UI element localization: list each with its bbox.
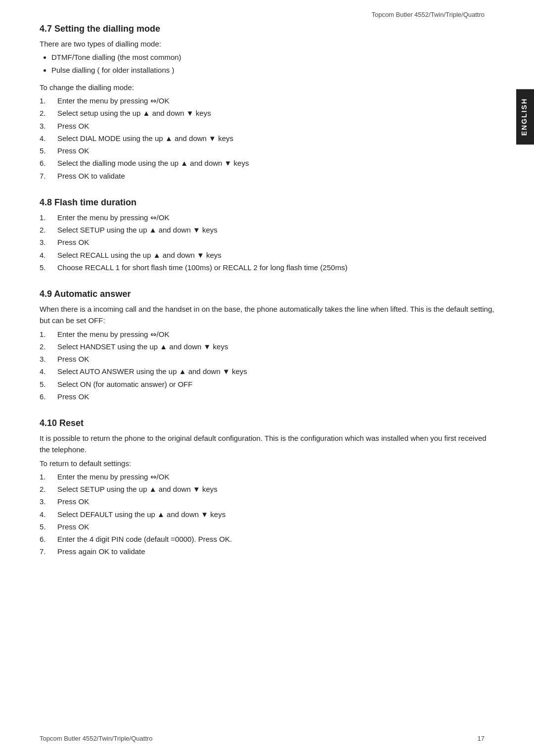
step-text: Press OK bbox=[57, 120, 494, 132]
table-row: 4.Select DEFAULT using the up ▲ and down… bbox=[40, 509, 494, 520]
section-intro-4.9: When there is a incoming call and the ha… bbox=[40, 303, 494, 327]
table-row: 3.Press OK bbox=[40, 496, 494, 507]
step-number: 2. bbox=[40, 483, 57, 495]
table-row: 5.Press OK bbox=[40, 521, 494, 532]
table-row: 1.Enter the menu by pressing ⇔/OK bbox=[40, 212, 494, 223]
step-number: 5. bbox=[40, 145, 57, 156]
step-text: Enter the menu by pressing ⇔/OK bbox=[57, 471, 494, 482]
step-number: 7. bbox=[40, 546, 57, 557]
table-row: 1.Enter the menu by pressing ⇔/OK bbox=[40, 471, 494, 482]
table-row: 5.Choose RECALL 1 for short flash time (… bbox=[40, 262, 494, 273]
step-text: Press OK bbox=[57, 496, 494, 507]
step-text: Select SETUP using the up ▲ and down ▼ k… bbox=[57, 224, 494, 236]
step-text: Press again OK to validate bbox=[57, 546, 494, 557]
table-row: 3.Press OK bbox=[40, 120, 494, 132]
step-number: 1. bbox=[40, 471, 57, 482]
main-content: 4.7 Setting the dialling modeThere are t… bbox=[40, 24, 494, 558]
step-number: 4. bbox=[40, 509, 57, 520]
step-number: 3. bbox=[40, 496, 57, 507]
section-title-4.8: 4.8 Flash time duration bbox=[40, 197, 494, 208]
table-row: 6.Enter the 4 digit PIN code (default =0… bbox=[40, 533, 494, 545]
table-row: 6.Press OK bbox=[40, 391, 494, 402]
table-row: 5.Select ON (for automatic answer) or OF… bbox=[40, 378, 494, 390]
table-row: 1.Enter the menu by pressing ⇔/OK bbox=[40, 329, 494, 340]
table-row: 1.Enter the menu by pressing ⇔/OK bbox=[40, 95, 494, 106]
section-title-4.7: 4.7 Setting the dialling mode bbox=[40, 24, 494, 34]
section-title-4.10: 4.10 Reset bbox=[40, 418, 494, 428]
step-number: 2. bbox=[40, 107, 57, 119]
pre-list-4.10: To return to default settings: bbox=[40, 458, 494, 469]
table-row: 2.Select HANDSET using the up ▲ and down… bbox=[40, 341, 494, 352]
section-intro-4.10: It is possible to return the phone to th… bbox=[40, 432, 494, 456]
step-text: Enter the menu by pressing ⇔/OK bbox=[57, 212, 494, 223]
step-number: 1. bbox=[40, 212, 57, 223]
table-row: 3.Press OK bbox=[40, 353, 494, 365]
table-row: 7.Press again OK to validate bbox=[40, 546, 494, 557]
step-number: 4. bbox=[40, 366, 57, 377]
step-text: Enter the menu by pressing ⇔/OK bbox=[57, 95, 494, 106]
step-text: Select RECALL using the up ▲ and down ▼ … bbox=[57, 249, 494, 261]
step-number: 5. bbox=[40, 521, 57, 532]
step-number: 7. bbox=[40, 170, 57, 182]
page: Topcom Butler 4552/Twin/Triple/Quattro E… bbox=[0, 0, 534, 756]
step-text: Enter the 4 digit PIN code (default =000… bbox=[57, 533, 494, 545]
step-number: 6. bbox=[40, 533, 57, 545]
table-row: 7.Press OK to validate bbox=[40, 170, 494, 182]
table-row: 2.Select setup using the up ▲ and down ▼… bbox=[40, 107, 494, 119]
step-number: 6. bbox=[40, 157, 57, 169]
step-number: 5. bbox=[40, 378, 57, 390]
step-text: Select DIAL MODE using the up ▲ and down… bbox=[57, 133, 494, 144]
step-number: 3. bbox=[40, 236, 57, 248]
step-number: 1. bbox=[40, 95, 57, 106]
step-number: 3. bbox=[40, 353, 57, 365]
step-number: 4. bbox=[40, 249, 57, 261]
steps-list-4.10: 1.Enter the menu by pressing ⇔/OK2.Selec… bbox=[40, 471, 494, 558]
section-intro-4.7: There are two types of dialling mode: bbox=[40, 38, 494, 49]
step-text: Enter the menu by pressing ⇔/OK bbox=[57, 329, 494, 340]
table-row: 2.Select SETUP using the up ▲ and down ▼… bbox=[40, 483, 494, 495]
section-title-4.9: 4.9 Automatic answer bbox=[40, 289, 494, 299]
step-text: Select DEFAULT using the up ▲ and down ▼… bbox=[57, 509, 494, 520]
footer-left: Topcom Butler 4552/Twin/Triple/Quattro bbox=[40, 735, 153, 742]
step-number: 5. bbox=[40, 262, 57, 273]
table-row: 6.Select the dialling mode using the up … bbox=[40, 157, 494, 169]
step-text: Select the dialling mode using the up ▲ … bbox=[57, 157, 494, 169]
step-text: Press OK to validate bbox=[57, 170, 494, 182]
step-text: Select setup using the up ▲ and down ▼ k… bbox=[57, 107, 494, 119]
pre-list-4.7: To change the dialling mode: bbox=[40, 82, 494, 93]
table-row: 4.Select RECALL using the up ▲ and down … bbox=[40, 249, 494, 261]
step-text: Press OK bbox=[57, 236, 494, 248]
footer-right: 17 bbox=[478, 735, 485, 742]
step-number: 6. bbox=[40, 391, 57, 402]
step-text: Press OK bbox=[57, 521, 494, 532]
steps-list-4.8: 1.Enter the menu by pressing ⇔/OK2.Selec… bbox=[40, 212, 494, 273]
step-text: Press OK bbox=[57, 391, 494, 402]
step-number: 2. bbox=[40, 224, 57, 236]
table-row: 2.Select SETUP using the up ▲ and down ▼… bbox=[40, 224, 494, 236]
table-row: 3.Press OK bbox=[40, 236, 494, 248]
step-number: 2. bbox=[40, 341, 57, 352]
table-row: 5.Press OK bbox=[40, 145, 494, 156]
step-text: Choose RECALL 1 for short flash time (10… bbox=[57, 262, 494, 273]
step-text: Select HANDSET using the up ▲ and down ▼… bbox=[57, 341, 494, 352]
step-text: Select AUTO ANSWER using the up ▲ and do… bbox=[57, 366, 494, 377]
step-text: Press OK bbox=[57, 353, 494, 365]
language-tab: ENGLISH bbox=[516, 89, 534, 144]
step-number: 1. bbox=[40, 329, 57, 340]
table-row: 4.Select AUTO ANSWER using the up ▲ and … bbox=[40, 366, 494, 377]
steps-list-4.9: 1.Enter the menu by pressing ⇔/OK2.Selec… bbox=[40, 329, 494, 403]
list-item: DTMF/Tone dialling (the most common) bbox=[51, 51, 494, 63]
steps-list-4.7: 1.Enter the menu by pressing ⇔/OK2.Selec… bbox=[40, 95, 494, 182]
step-number: 3. bbox=[40, 120, 57, 132]
list-item: Pulse dialling ( for older installations… bbox=[51, 64, 494, 76]
bullet-list-4.7: DTMF/Tone dialling (the most common)Puls… bbox=[51, 51, 494, 76]
step-text: Press OK bbox=[57, 145, 494, 156]
header-title: Topcom Butler 4552/Twin/Triple/Quattro bbox=[371, 11, 485, 18]
step-text: Select ON (for automatic answer) or OFF bbox=[57, 378, 494, 390]
step-text: Select SETUP using the up ▲ and down ▼ k… bbox=[57, 483, 494, 495]
table-row: 4.Select DIAL MODE using the up ▲ and do… bbox=[40, 133, 494, 144]
step-number: 4. bbox=[40, 133, 57, 144]
